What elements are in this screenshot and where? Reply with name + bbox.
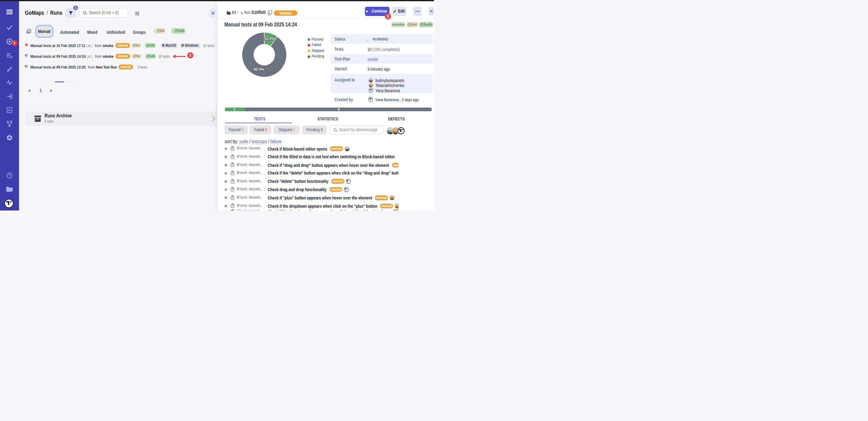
svg-text:10.0%: 10.0% bbox=[264, 36, 275, 41]
svg-text:90.0%: 90.0% bbox=[254, 67, 264, 72]
